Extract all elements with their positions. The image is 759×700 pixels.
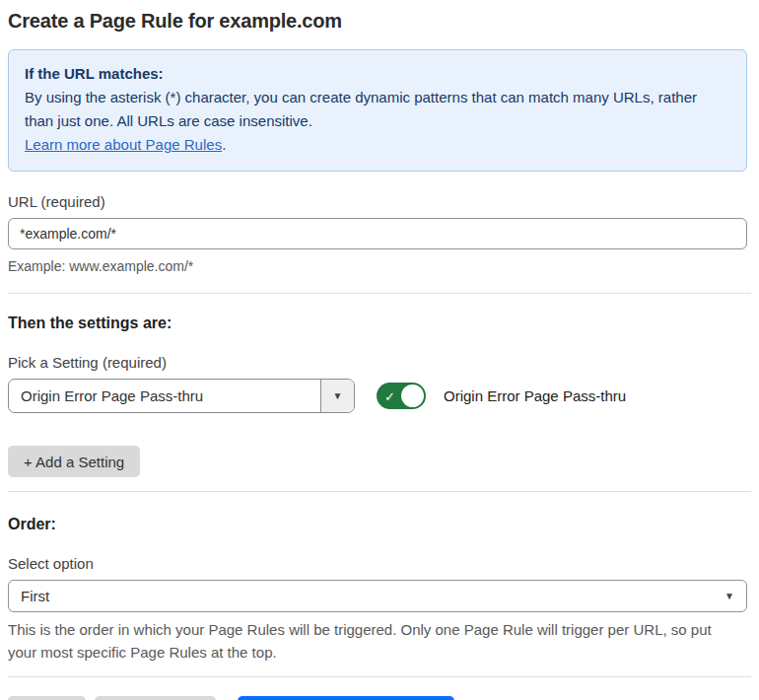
setting-row: Origin Error Page Pass-thru ▼ ✓ Origin E…	[8, 379, 751, 413]
origin-error-toggle[interactable]: ✓	[377, 383, 426, 409]
link-suffix: .	[222, 136, 226, 153]
setting-dropdown-arrow-button[interactable]: ▼	[320, 380, 354, 412]
pick-setting-label: Pick a Setting (required)	[8, 354, 751, 371]
info-box-heading: If the URL matches:	[25, 62, 730, 86]
setting-dropdown[interactable]: Origin Error Page Pass-thru ▼	[8, 379, 355, 413]
toggle-label: Origin Error Page Pass-thru	[444, 387, 626, 404]
save-deploy-button[interactable]: Save and Deploy Page Rule	[238, 696, 454, 700]
select-option-label: Select option	[8, 555, 751, 572]
info-box-body: By using the asterisk (*) character, you…	[25, 86, 715, 133]
settings-section-heading: Then the settings are:	[8, 315, 751, 332]
order-select-value: First	[21, 588, 724, 604]
url-input[interactable]	[8, 218, 747, 249]
check-icon: ✓	[384, 389, 395, 402]
url-match-info-box: If the URL matches: By using the asteris…	[8, 49, 747, 172]
info-box-link-line: Learn more about Page Rules.	[25, 133, 730, 157]
url-field-label: URL (required)	[8, 193, 751, 210]
chevron-down-icon: ▼	[724, 592, 734, 601]
order-section-heading: Order:	[8, 516, 751, 533]
setting-dropdown-value: Origin Error Page Pass-thru	[9, 380, 320, 412]
order-select[interactable]: First ▼	[8, 580, 747, 612]
cancel-button[interactable]: Cancel	[8, 696, 86, 700]
divider-after-url	[8, 293, 751, 294]
chevron-down-icon: ▼	[333, 391, 343, 401]
footer-actions: Cancel Save as Draft Save and Deploy Pag…	[8, 696, 751, 700]
url-example-helper: Example: www.example.com/*	[8, 256, 751, 277]
save-draft-button[interactable]: Save as Draft	[95, 696, 216, 700]
add-setting-button[interactable]: + Add a Setting	[8, 446, 140, 477]
divider-before-footer	[8, 676, 751, 677]
page-title: Create a Page Rule for example.com	[8, 10, 751, 33]
toggle-knob	[401, 385, 424, 407]
divider-after-settings	[8, 491, 751, 492]
order-helper-text: This is the order in which your Page Rul…	[8, 618, 743, 664]
learn-more-link[interactable]: Learn more about Page Rules	[25, 136, 222, 153]
